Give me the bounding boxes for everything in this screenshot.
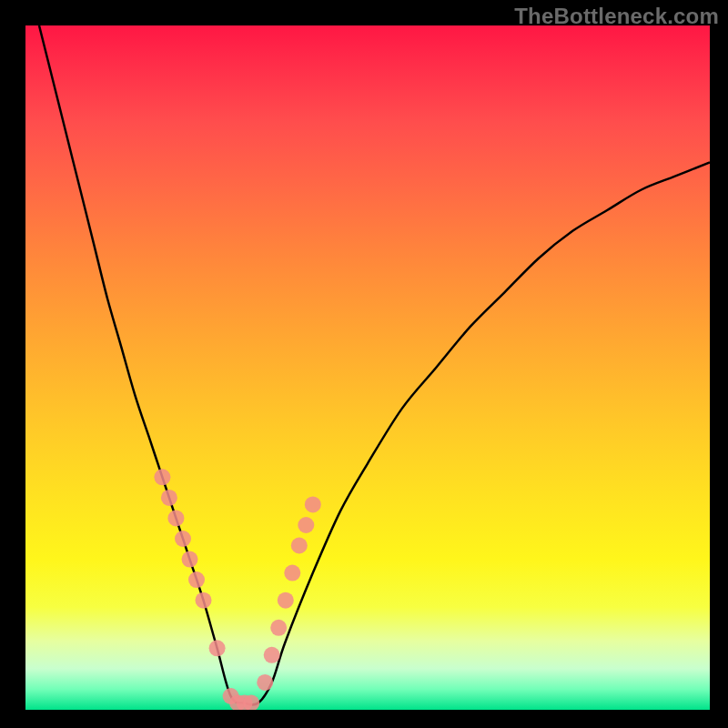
data-marker bbox=[161, 490, 177, 506]
data-marker bbox=[175, 531, 191, 547]
data-marker bbox=[305, 496, 321, 512]
data-marker bbox=[291, 538, 308, 554]
plot-area bbox=[25, 25, 710, 710]
data-marker bbox=[188, 571, 205, 588]
data-marker bbox=[270, 620, 287, 636]
data-marker bbox=[182, 551, 198, 568]
data-marker bbox=[264, 647, 280, 663]
data-marker bbox=[298, 517, 314, 533]
data-marker bbox=[209, 640, 226, 656]
data-markers bbox=[154, 469, 320, 710]
data-marker bbox=[284, 565, 300, 581]
data-marker bbox=[196, 592, 212, 609]
chart-svg bbox=[25, 25, 710, 710]
bottleneck-curve bbox=[39, 25, 710, 704]
data-marker bbox=[257, 674, 273, 691]
data-marker bbox=[154, 469, 170, 485]
chart-frame bbox=[25, 25, 710, 710]
data-marker bbox=[167, 510, 184, 526]
data-marker bbox=[278, 592, 294, 609]
